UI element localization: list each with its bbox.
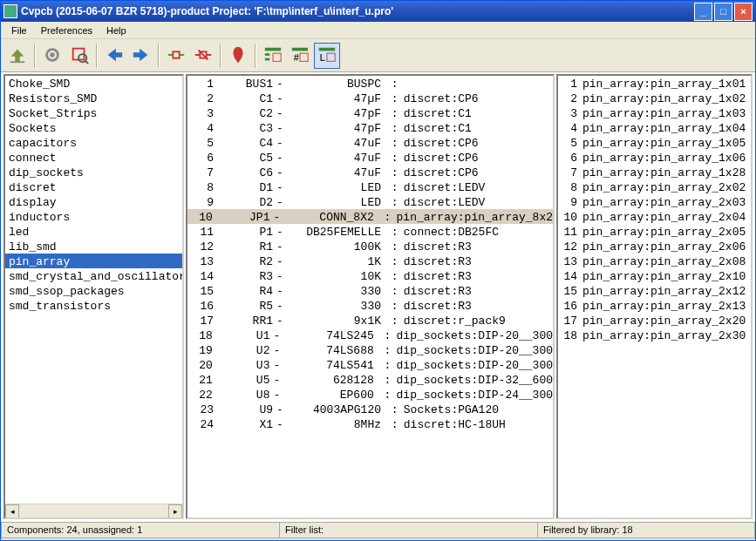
component-number: 1 [187, 77, 221, 90]
library-item[interactable]: smd_crystal_and_oscillator [5, 268, 182, 283]
component-row[interactable]: 4C3-47pF : discret:C1 [187, 120, 553, 135]
component-row[interactable]: 23U9-4003APG120 : Sockets:PGA120 [187, 402, 553, 416]
library-item[interactable]: lib_smd [5, 239, 182, 254]
pdf-button[interactable] [225, 43, 251, 69]
component-row[interactable]: 15R4-330 : discret:R3 [187, 283, 553, 298]
filter-pin-button[interactable]: # [287, 43, 313, 69]
component-row[interactable]: 5C4-47uF : discret:CP6 [187, 135, 553, 150]
component-row[interactable]: 7C6-47uF : discret:CP6 [187, 165, 553, 179]
component-row[interactable]: 13R2-1K : discret:R3 [187, 254, 553, 268]
component-row[interactable]: 2C1-47µF : discret:CP6 [187, 91, 553, 105]
menu-file[interactable]: File [4, 24, 34, 37]
footprint-row[interactable]: 7pin_array:pin_array_1x28 [558, 165, 751, 179]
titlebar: Cvpcb (2015-06-07 BZR 5718)-product Proj… [1, 1, 755, 22]
filter-list-icon [263, 45, 283, 66]
footprint-panel[interactable]: 1pin_array:pin_array_1x012pin_array:pin_… [556, 74, 753, 519]
footprint-row[interactable]: 18pin_array:pin_array_2x30 [558, 328, 751, 342]
footprint-row[interactable]: 12pin_array:pin_array_2x06 [558, 239, 751, 254]
save-button[interactable] [4, 43, 31, 69]
component-footprint: dip_sockets:DIP-32__600 [390, 373, 553, 386]
footprint-row[interactable]: 5pin_array:pin_array_1x05 [558, 135, 751, 150]
component-row[interactable]: 22U8-EP600 : dip_sockets:DIP-24__300 [187, 387, 553, 402]
component-number: 22 [187, 388, 220, 401]
component-number: 16 [187, 299, 221, 312]
filter-list-button[interactable] [260, 43, 286, 69]
footprint-row[interactable]: 11pin_array:pin_array_2x05 [558, 224, 751, 239]
close-button[interactable]: × [734, 3, 753, 21]
footprint-row[interactable]: 3pin_array:pin_array_1x03 [558, 105, 751, 120]
menu-preferences[interactable]: Preferences [34, 24, 99, 37]
library-item[interactable]: Resistors_SMD [5, 91, 182, 105]
svg-rect-12 [273, 53, 281, 61]
library-item[interactable]: connect [5, 150, 182, 165]
library-item[interactable]: smd_transistors [5, 298, 182, 313]
component-row[interactable]: 9D2-LED : discret:LEDV [187, 194, 553, 209]
component-row[interactable]: 17RR1-9x1K : discret:r_pack9 [187, 313, 553, 328]
footprint-row[interactable]: 8pin_array:pin_array_2x02 [558, 179, 751, 194]
component-row[interactable]: 10JP1-CONN_8X2 : pin_array:pin_array_8x2 [187, 209, 553, 224]
gear-button[interactable] [39, 43, 65, 69]
component-panel[interactable]: 1BUS1-BUSPC : 2C1-47µF : discret:CP63C2-… [186, 74, 555, 519]
component-number: 4 [187, 121, 221, 134]
footprint-row[interactable]: 15pin_array:pin_array_2x12 [558, 283, 751, 298]
component-footprint: discret:CP6 [397, 166, 553, 179]
footprint-row[interactable]: 14pin_array:pin_array_2x10 [558, 268, 751, 283]
arrow-left-button[interactable] [101, 43, 127, 69]
footprint-row[interactable]: 1pin_array:pin_array_1x01 [558, 76, 751, 91]
component-row[interactable]: 1BUS1-BUSPC : [187, 76, 553, 91]
component-row[interactable]: 20U3-74LS541 : dip_sockets:DIP-20__300 [187, 357, 553, 372]
footprint-row[interactable]: 2pin_array:pin_array_1x02 [558, 91, 751, 105]
filter-lib-button[interactable]: L [314, 43, 340, 69]
arrow-right-button[interactable] [128, 43, 154, 69]
component-reference: C4 [221, 136, 276, 149]
library-item[interactable]: Sockets [5, 120, 182, 135]
component-row[interactable]: 11P1-DB25FEMELLE : connect:DB25FC [187, 224, 553, 239]
auto-assoc-green-button[interactable] [163, 43, 189, 69]
minimize-button[interactable]: _ [694, 3, 712, 21]
library-item[interactable]: inductors [5, 209, 182, 224]
menu-help[interactable]: Help [99, 24, 133, 37]
library-item[interactable]: Choke_SMD [5, 76, 182, 91]
component-reference: R5 [221, 299, 276, 312]
library-item[interactable]: pin_array [5, 254, 182, 268]
scroll-thumb[interactable] [19, 504, 168, 517]
component-footprint: discret:CP6 [397, 91, 553, 105]
footprint-name: pin_array:pin_array_2x04 [582, 210, 746, 223]
footprint-name: pin_array:pin_array_2x12 [582, 284, 746, 297]
component-row[interactable]: 18U1-74LS245 : dip_sockets:DIP-20__300 [187, 328, 553, 342]
component-row[interactable]: 21U5-628128 : dip_sockets:DIP-32__600 [187, 372, 553, 387]
component-reference: R4 [221, 284, 276, 297]
scroll-right-button[interactable]: ▸ [168, 504, 182, 518]
footprint-row[interactable]: 16pin_array:pin_array_2x13 [558, 298, 751, 313]
footprint-name: pin_array:pin_array_2x05 [582, 225, 746, 238]
component-row[interactable]: 12R1-100K : discret:R3 [187, 239, 553, 254]
library-item[interactable]: Socket_Strips [5, 105, 182, 120]
view-button[interactable] [66, 43, 92, 69]
library-item[interactable]: led [5, 224, 182, 239]
component-row[interactable]: 6C5-47uF : discret:CP6 [187, 150, 553, 165]
library-item[interactable]: display [5, 194, 182, 209]
footprint-row[interactable]: 4pin_array:pin_array_1x04 [558, 120, 751, 135]
component-row[interactable]: 3C2-47pF : discret:C1 [187, 105, 553, 120]
footprint-row[interactable]: 9pin_array:pin_array_2x03 [558, 194, 751, 209]
footprint-row[interactable]: 6pin_array:pin_array_1x06 [558, 150, 751, 165]
component-row[interactable]: 19U2-74LS688 : dip_sockets:DIP-20__300 [187, 342, 553, 357]
library-item[interactable]: smd_ssop_packages [5, 283, 182, 298]
scroll-left-button[interactable]: ◂ [5, 504, 19, 518]
component-row[interactable]: 8D1-LED : discret:LEDV [187, 179, 553, 194]
component-row[interactable]: 16R5-330 : discret:R3 [187, 298, 553, 313]
footprint-row[interactable]: 17pin_array:pin_array_2x20 [558, 313, 751, 328]
library-item[interactable]: dip_sockets [5, 165, 182, 179]
maximize-button[interactable]: □ [714, 3, 732, 21]
component-reference: C3 [221, 121, 276, 134]
svg-rect-16 [319, 47, 335, 51]
component-row[interactable]: 24X1-8MHz : discret:HC-18UH [187, 416, 553, 431]
library-item[interactable]: capacitors [5, 135, 182, 150]
auto-assoc-red-button[interactable] [190, 43, 216, 69]
footprint-row[interactable]: 10pin_array:pin_array_2x04 [558, 209, 751, 224]
component-row[interactable]: 14R3-10K : discret:R3 [187, 268, 553, 283]
footprint-row[interactable]: 13pin_array:pin_array_2x08 [558, 254, 751, 268]
library-item[interactable]: discret [5, 179, 182, 194]
library-list[interactable]: Choke_SMDResistors_SMDSocket_StripsSocke… [5, 76, 182, 504]
horizontal-scrollbar[interactable]: ◂ ▸ [5, 504, 182, 517]
